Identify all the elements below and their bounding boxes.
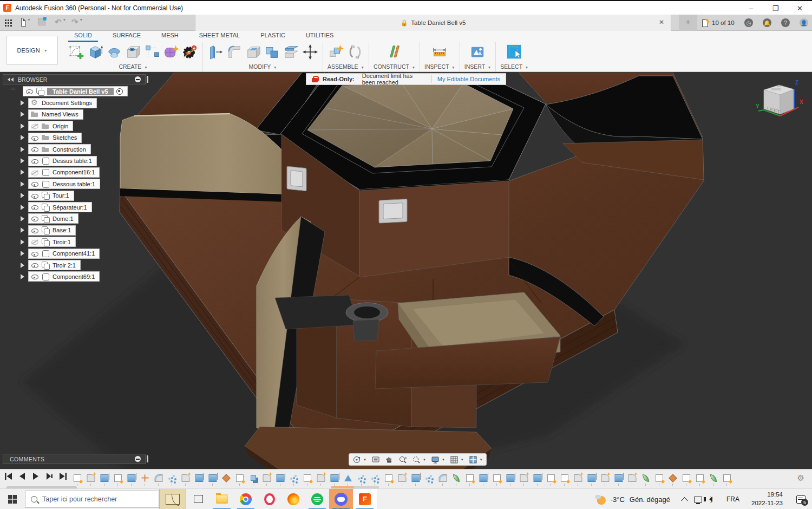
editable-documents-link[interactable]: My Editable Documents bbox=[437, 76, 500, 82]
visibility-eye-icon[interactable] bbox=[31, 192, 39, 199]
expand-arrow[interactable] bbox=[10, 87, 19, 96]
timeline-feature-icon[interactable] bbox=[206, 471, 219, 485]
revolve-icon[interactable] bbox=[106, 44, 122, 60]
timeline-feature-icon[interactable] bbox=[476, 471, 490, 485]
restore-button[interactable]: ❐ bbox=[763, 2, 788, 16]
spotify-icon[interactable] bbox=[305, 489, 329, 509]
timeline-feature-icon[interactable] bbox=[720, 471, 734, 485]
app-grid-icon[interactable] bbox=[4, 18, 14, 28]
volume-icon[interactable] bbox=[709, 497, 712, 502]
item-label[interactable]: Tiroir:1 bbox=[53, 239, 71, 245]
timeline-feature-icon[interactable] bbox=[625, 471, 639, 485]
timeline-feature-icon[interactable] bbox=[409, 471, 422, 485]
expand-arrow[interactable] bbox=[21, 123, 24, 129]
comments-expand-icon[interactable] bbox=[135, 456, 141, 462]
tab-close-icon[interactable]: ✕ bbox=[659, 18, 664, 26]
user-profile-icon[interactable]: 👤 bbox=[800, 18, 808, 27]
redo-icon[interactable]: ↷▼ bbox=[71, 18, 81, 28]
pro-feature-icon[interactable]: PRO bbox=[182, 44, 198, 60]
shell-icon[interactable] bbox=[245, 44, 261, 60]
browser-tree-row[interactable]: Component69:1 bbox=[3, 271, 128, 282]
browser-root-row[interactable]: Table Daniel Bell v5 bbox=[3, 86, 128, 97]
timeline-feature-icon[interactable] bbox=[179, 471, 192, 485]
timeline-feature-icon[interactable] bbox=[328, 471, 341, 485]
view-cube[interactable]: TOP LEFT Y Z X bbox=[755, 80, 809, 132]
close-button[interactable]: ✕ bbox=[788, 2, 812, 16]
expand-arrow[interactable] bbox=[21, 216, 24, 221]
look-at-icon[interactable] bbox=[371, 455, 380, 464]
ribbon-tab[interactable]: UTILITIES bbox=[296, 31, 344, 41]
browser-tree-row[interactable]: Tour:1 bbox=[3, 190, 128, 201]
collapse-panel-icon[interactable] bbox=[8, 77, 14, 82]
expand-arrow[interactable] bbox=[21, 147, 24, 152]
expand-arrow[interactable] bbox=[21, 135, 24, 140]
timeline-feature-icon[interactable] bbox=[138, 471, 152, 485]
timeline-feature-icon[interactable] bbox=[395, 471, 409, 485]
timeline-feature-icon[interactable] bbox=[84, 471, 97, 485]
language-indicator[interactable]: FRA bbox=[721, 495, 745, 503]
weather-widget[interactable]: -3°C Gén. dégagé bbox=[588, 494, 677, 505]
visibility-eye-icon[interactable] bbox=[31, 227, 39, 234]
clock[interactable]: 19:54 2022-11-23 bbox=[745, 491, 789, 507]
timeline-feature-icon[interactable] bbox=[436, 471, 449, 485]
expand-arrow[interactable] bbox=[21, 239, 24, 245]
timeline-feature-icon[interactable] bbox=[558, 471, 571, 485]
play-icon[interactable] bbox=[31, 472, 40, 480]
combine-icon[interactable] bbox=[264, 44, 280, 60]
workspace-selector[interactable]: DESIGN▼ bbox=[6, 36, 58, 65]
expand-arrow[interactable] bbox=[21, 193, 24, 198]
file-menu-icon[interactable]: ▼ bbox=[21, 18, 31, 28]
expand-arrow[interactable] bbox=[21, 263, 24, 268]
browser-tree-row[interactable]: Component16:1 bbox=[3, 167, 128, 178]
visibility-eye-icon[interactable] bbox=[31, 122, 39, 129]
browser-tree-row[interactable]: Tiroir 2:1 bbox=[3, 259, 128, 271]
pan-icon[interactable] bbox=[385, 455, 394, 464]
expand-arrow[interactable] bbox=[21, 158, 24, 164]
item-label[interactable]: Component41:1 bbox=[53, 250, 95, 257]
item-label[interactable]: Séparateur:1 bbox=[53, 204, 87, 211]
new-tab-button[interactable]: + bbox=[679, 15, 697, 31]
timeline-feature-icon[interactable] bbox=[273, 471, 287, 485]
construct-menu[interactable]: CONSTRUCT ▼ bbox=[374, 63, 415, 70]
browser-tree-row[interactable]: Origin bbox=[3, 120, 128, 132]
visibility-eye-icon[interactable] bbox=[31, 146, 39, 153]
go-to-start-icon[interactable] bbox=[4, 472, 13, 480]
timeline-feature-icon[interactable] bbox=[125, 471, 138, 485]
network-icon[interactable] bbox=[694, 497, 702, 503]
timeline-feature-icon[interactable] bbox=[111, 471, 125, 485]
visibility-eye-icon[interactable] bbox=[31, 215, 39, 222]
opera-icon[interactable] bbox=[258, 489, 281, 509]
item-label[interactable]: Component69:1 bbox=[53, 273, 95, 280]
firefox-icon[interactable] bbox=[281, 489, 305, 509]
timeline-feature-icon[interactable] bbox=[246, 471, 260, 485]
timeline-feature-icon[interactable] bbox=[585, 471, 598, 485]
tray-expand-icon[interactable] bbox=[681, 497, 688, 504]
root-label[interactable]: Table Daniel Bell v5 bbox=[47, 88, 114, 95]
document-count[interactable]: 10 of 10 bbox=[702, 15, 735, 31]
timeline-feature-icon[interactable] bbox=[463, 471, 476, 485]
visibility-eye-icon[interactable] bbox=[31, 262, 39, 269]
ribbon-tab[interactable]: SOLID bbox=[64, 31, 102, 41]
select-icon[interactable] bbox=[506, 44, 522, 60]
item-label[interactable]: Base:1 bbox=[53, 227, 71, 233]
timeline-feature-icon[interactable] bbox=[449, 471, 463, 485]
new-component-icon[interactable] bbox=[328, 44, 344, 60]
browser-tree-row[interactable]: Dessous table:1 bbox=[3, 178, 128, 190]
measure-icon[interactable] bbox=[431, 44, 448, 60]
timeline-feature-icon[interactable] bbox=[679, 471, 693, 485]
expand-arrow[interactable] bbox=[21, 169, 24, 175]
insert-image-icon[interactable] bbox=[469, 44, 486, 60]
visibility-eye-icon[interactable] bbox=[31, 250, 39, 257]
timeline-feature-icon[interactable] bbox=[260, 471, 273, 485]
item-label[interactable]: Dessus table:1 bbox=[53, 158, 92, 164]
joint-icon[interactable] bbox=[347, 44, 363, 60]
fillet-icon[interactable] bbox=[226, 44, 243, 60]
move-copy-icon[interactable] bbox=[302, 44, 318, 60]
ribbon-tab[interactable]: MESH bbox=[151, 31, 189, 41]
timeline-feature-icon[interactable] bbox=[287, 471, 300, 485]
browser-tree-row[interactable]: Document Settings bbox=[3, 97, 128, 108]
chrome-icon[interactable] bbox=[234, 489, 258, 509]
timeline-feature-icon[interactable] bbox=[97, 471, 111, 485]
timeline-feature-icon[interactable] bbox=[355, 471, 368, 485]
timeline-feature-icon[interactable] bbox=[314, 471, 328, 485]
